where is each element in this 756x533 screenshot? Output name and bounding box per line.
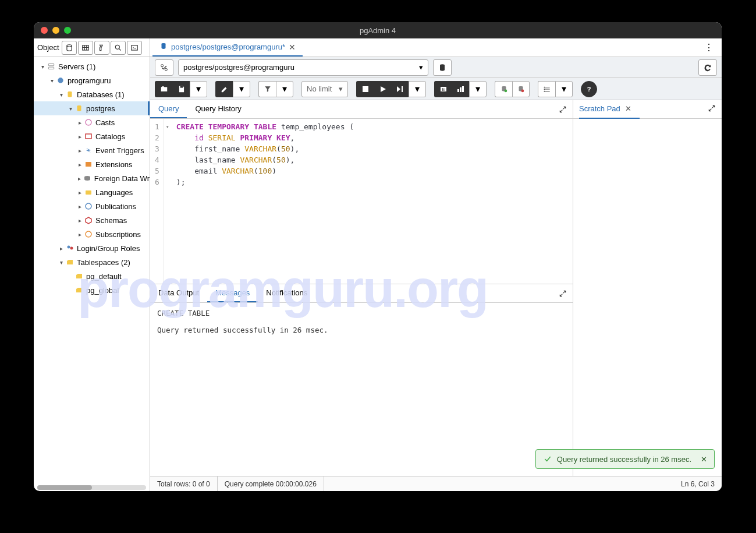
search-button[interactable] xyxy=(111,41,126,55)
chevron-down-icon[interactable]: ▾ xyxy=(57,259,65,266)
tree-pg-global[interactable]: pg_global xyxy=(34,283,150,297)
save-dropdown[interactable]: ▾ xyxy=(190,81,207,97)
tree-catalogs[interactable]: ▸Catalogs xyxy=(34,129,150,143)
tab-query-history[interactable]: Query History xyxy=(187,100,249,118)
chevron-right-icon[interactable]: ▸ xyxy=(76,161,84,168)
message-line: Query returned successfully in 26 msec. xyxy=(157,326,566,334)
expand-output-button[interactable] xyxy=(553,284,573,302)
chevron-right-icon[interactable]: ▸ xyxy=(76,147,84,154)
connection-status-button[interactable] xyxy=(155,59,173,76)
tree-extensions[interactable]: ▸Extensions xyxy=(34,157,150,171)
expand-scratch-button[interactable] xyxy=(708,104,716,114)
edit-button[interactable] xyxy=(215,81,233,97)
svg-rect-15 xyxy=(86,134,91,139)
db-role-button[interactable] xyxy=(433,59,452,76)
close-tab-button[interactable]: ✕ xyxy=(289,43,296,52)
svg-rect-18 xyxy=(86,190,91,195)
connection-select[interactable]: postgres/postgres@programguru ▾ xyxy=(178,59,428,76)
tree-pg-default[interactable]: pg_default xyxy=(34,269,150,283)
code-body[interactable]: CREATE TEMPORARY TABLE temp_employees ( … xyxy=(172,119,573,284)
tree-label: pg_default xyxy=(86,272,122,281)
sql-editor[interactable]: 1 2 3 4 5 6 ▾ CREATE TEMPORARY TABL xyxy=(150,119,573,284)
filter-button[interactable] xyxy=(258,81,276,97)
tree-login-roles[interactable]: ▸Login/Group Roles xyxy=(34,241,150,255)
macros-dropdown[interactable]: ▾ xyxy=(555,81,573,97)
filter-dropdown[interactable]: ▾ xyxy=(276,81,293,97)
chevron-right-icon[interactable]: ▸ xyxy=(57,245,65,252)
tree-server-programguru[interactable]: ▾programguru xyxy=(34,73,150,87)
help-button[interactable]: ? xyxy=(581,81,597,97)
save-button[interactable] xyxy=(172,81,190,97)
status-complete: Query complete 00:00:00.026 xyxy=(218,476,324,491)
limit-select[interactable]: No limit▾ xyxy=(301,81,348,97)
chevron-right-icon[interactable]: ▸ xyxy=(76,217,84,224)
fold-toggle[interactable]: ▾ xyxy=(166,121,169,132)
chevron-right-icon[interactable]: ▸ xyxy=(76,231,84,238)
sidebar-scrollbar[interactable] xyxy=(37,485,146,490)
svg-point-22 xyxy=(70,247,73,250)
terminal-button[interactable] xyxy=(127,41,142,55)
open-file-button[interactable] xyxy=(155,81,172,97)
expand-editor-button[interactable] xyxy=(553,100,573,118)
sidebar: Object ▾Servers (1) ▾programguru ▾Databa… xyxy=(34,38,150,491)
tabs-menu-button[interactable]: ⋮ xyxy=(698,38,719,57)
tab-messages[interactable]: Messages xyxy=(207,284,258,302)
database-icon xyxy=(74,104,84,113)
tree-subscriptions[interactable]: ▸Subscriptions xyxy=(34,227,150,241)
maximize-window-button[interactable] xyxy=(64,27,71,34)
svg-text:?: ? xyxy=(587,86,591,93)
tree-databases[interactable]: ▾Databases (1) xyxy=(34,87,150,101)
svg-point-0 xyxy=(66,44,71,47)
tab-query[interactable]: Query xyxy=(150,100,187,118)
explain-button[interactable]: E xyxy=(434,81,452,97)
database-icon xyxy=(65,90,74,99)
messages-output[interactable]: CREATE TABLE Query returned successfully… xyxy=(150,303,573,476)
execute-script-button[interactable] xyxy=(391,81,409,97)
chevron-down-icon[interactable]: ▾ xyxy=(57,91,65,98)
refresh-button[interactable] xyxy=(698,59,717,76)
stop-button[interactable] xyxy=(356,81,374,97)
tree-publications[interactable]: ▸Publications xyxy=(34,199,150,213)
chevron-down-icon: ▾ xyxy=(419,63,423,72)
tree-tablespaces[interactable]: ▾Tablespaces (2) xyxy=(34,255,150,269)
close-scratch-button[interactable]: ✕ xyxy=(625,104,631,113)
chevron-right-icon[interactable]: ▸ xyxy=(76,203,84,210)
tree-db-postgres[interactable]: ▾postgres xyxy=(34,101,150,115)
execute-dropdown[interactable]: ▾ xyxy=(409,81,426,97)
chevron-down-icon[interactable]: ▾ xyxy=(66,105,74,112)
execute-button[interactable] xyxy=(374,81,391,97)
object-tree[interactable]: ▾Servers (1) ▾programguru ▾Databases (1)… xyxy=(34,57,150,484)
folder-icon xyxy=(74,271,84,281)
tree-servers[interactable]: ▾Servers (1) xyxy=(34,59,150,73)
macros-button[interactable] xyxy=(538,81,555,97)
chevron-right-icon[interactable]: ▸ xyxy=(76,119,84,126)
close-toast-button[interactable]: ✕ xyxy=(701,455,707,464)
rollback-button[interactable] xyxy=(512,81,530,97)
explain-dropdown[interactable]: ▾ xyxy=(469,81,487,97)
chevron-right-icon[interactable]: ▸ xyxy=(76,133,84,140)
elephant-icon xyxy=(56,76,65,85)
tree-foreign-data[interactable]: ▸Foreign Data Wr xyxy=(34,171,150,185)
sidebar-tool-3[interactable] xyxy=(94,41,109,55)
sidebar-tool-1[interactable] xyxy=(62,41,77,55)
minimize-window-button[interactable] xyxy=(52,27,59,34)
scratch-pad-tab[interactable]: Scratch Pad ✕ xyxy=(579,100,640,119)
tab-notifications[interactable]: Notifications xyxy=(258,284,315,302)
chevron-right-icon[interactable]: ▸ xyxy=(76,175,83,182)
chevron-right-icon[interactable]: ▸ xyxy=(76,189,84,196)
tree-languages[interactable]: ▸Languages xyxy=(34,185,150,199)
sidebar-tool-2[interactable] xyxy=(78,41,93,55)
edit-dropdown[interactable]: ▾ xyxy=(233,81,250,97)
tree-schemas[interactable]: ▸Schemas xyxy=(34,213,150,227)
tab-data-output[interactable]: Data Output xyxy=(150,284,207,302)
close-window-button[interactable] xyxy=(41,27,48,34)
chevron-down-icon[interactable]: ▾ xyxy=(48,77,56,84)
file-tab[interactable]: postgres/postgres@programguru* ✕ xyxy=(152,38,303,57)
tree-event-triggers[interactable]: ▸Event Triggers xyxy=(34,143,150,157)
sidebar-header: Object xyxy=(34,38,150,57)
commit-button[interactable] xyxy=(495,81,512,97)
scratch-pad-body[interactable] xyxy=(573,119,722,476)
explain-analyze-button[interactable] xyxy=(452,81,469,97)
tree-casts[interactable]: ▸Casts xyxy=(34,115,150,129)
chevron-down-icon[interactable]: ▾ xyxy=(38,63,47,70)
